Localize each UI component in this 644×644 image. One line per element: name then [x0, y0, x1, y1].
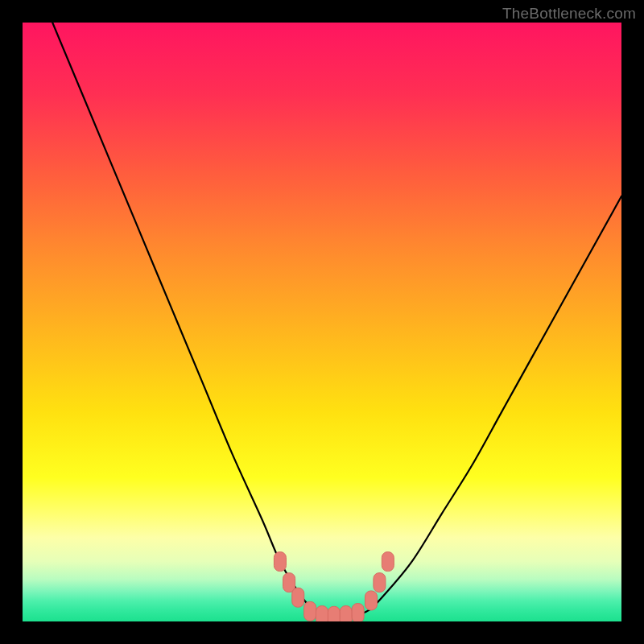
marker-dot — [352, 604, 364, 621]
marker-dot — [274, 552, 286, 572]
marker-dot — [283, 573, 295, 592]
marker-dot — [328, 606, 340, 621]
marker-dot — [304, 601, 316, 621]
chart-frame: TheBottleneck.com — [0, 0, 644, 644]
plot-area — [23, 23, 621, 621]
marker-dot — [292, 588, 304, 607]
watermark-text: TheBottleneck.com — [502, 5, 636, 23]
low-bottleneck-markers — [23, 23, 621, 621]
marker-dot — [340, 606, 352, 621]
marker-dot — [382, 552, 394, 572]
marker-dot — [365, 591, 378, 610]
marker-dot — [316, 606, 328, 621]
marker-dot — [374, 573, 386, 592]
